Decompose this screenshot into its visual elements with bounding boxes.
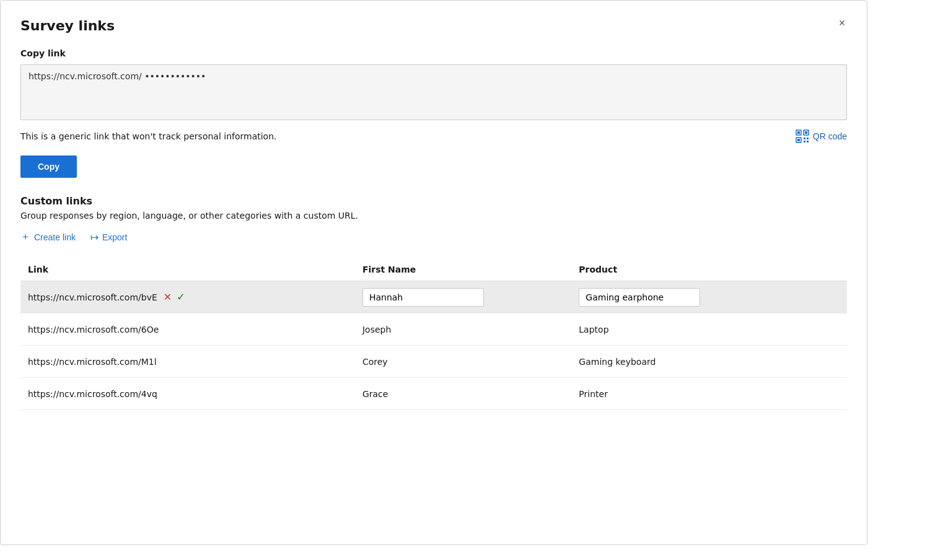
table-body: https://ncv.microsoft.com/bvE ✕ ✓ [20,281,847,410]
row-firstname-value: Grace [362,389,388,399]
copy-button-label: Copy [38,162,59,172]
custom-links-section: Custom links Group responses by region, … [20,195,847,410]
row-link-value: https://ncv.microsoft.com/4vq [28,389,157,399]
col-header-link: Link [20,258,355,281]
firstname-edit-input[interactable] [362,288,484,307]
qr-code-button[interactable]: QR code [796,129,847,143]
export-icon: ↦ [90,231,99,243]
svg-rect-3 [805,131,807,134]
row-product-value: Laptop [579,325,608,335]
product-edit-input[interactable] [579,288,700,307]
row-firstname-cell: Joseph [355,313,571,346]
custom-links-table: Link First Name Product https://ncv.micr… [20,258,847,410]
row-product-cell: Printer [571,378,847,410]
row-link-value: https://ncv.microsoft.com/M1l [28,357,157,367]
row-firstname-value: Joseph [362,325,391,335]
url-input[interactable]: https://ncv.microsoft.com/ •••••••••••• [20,64,847,120]
row-link-value: https://ncv.microsoft.com/bvE [28,292,157,302]
col-header-firstname: First Name [355,258,571,281]
export-label: Export [102,232,127,242]
table-row: https://ncv.microsoft.com/bvE ✕ ✓ [20,281,847,313]
survey-links-dialog: Survey links × Copy link https://ncv.mic… [0,0,867,545]
svg-rect-6 [804,138,805,139]
svg-rect-7 [807,138,809,139]
row-link-cell: https://ncv.microsoft.com/4vq [20,378,355,410]
row-product-cell: Gaming keyboard [571,346,847,378]
copy-link-section: Copy link https://ncv.microsoft.com/ •••… [20,48,847,195]
custom-links-title: Custom links [20,195,847,207]
row-link-value: https://ncv.microsoft.com/6Oe [28,325,159,335]
row-edit-actions: ✕ ✓ [164,291,185,303]
export-button[interactable]: ↦ Export [90,231,127,243]
qr-code-label: QR code [813,131,847,141]
svg-rect-9 [807,141,809,142]
row-product-cell: Laptop [571,313,847,346]
confirm-edit-icon[interactable]: ✓ [177,291,185,303]
create-link-label: Create link [34,232,76,242]
copy-button[interactable]: Copy [20,155,77,178]
copy-link-row: This is a generic link that won't track … [20,129,847,143]
row-link-cell: https://ncv.microsoft.com/bvE ✕ ✓ [20,281,355,313]
table-row: https://ncv.microsoft.com/4vq Grace Prin… [20,378,847,410]
row-link-cell: https://ncv.microsoft.com/6Oe [20,313,355,346]
row-product-cell [571,281,847,313]
create-link-button[interactable]: ＋ Create link [20,230,76,243]
table-row: https://ncv.microsoft.com/M1l Corey Gami… [20,346,847,378]
qr-icon [796,129,809,143]
custom-links-desc: Group responses by region, language, or … [20,211,847,221]
table-header: Link First Name Product [20,258,847,281]
svg-rect-5 [797,139,800,141]
row-firstname-cell: Grace [355,378,571,410]
plus-icon: ＋ [20,230,30,243]
row-firstname-cell: Corey [355,346,571,378]
svg-rect-8 [804,141,805,142]
table-row: https://ncv.microsoft.com/6Oe Joseph Lap… [20,313,847,346]
row-product-value: Gaming keyboard [579,357,656,367]
dialog-title: Survey links [20,18,847,33]
col-header-product: Product [571,258,847,281]
close-button[interactable]: × [832,13,852,33]
generic-link-note: This is a generic link that won't track … [20,131,277,141]
row-product-value: Printer [579,389,608,399]
row-firstname-cell [355,281,571,313]
svg-rect-1 [797,131,800,134]
cancel-edit-icon[interactable]: ✕ [164,291,172,303]
row-firstname-value: Corey [362,357,388,367]
actions-row: ＋ Create link ↦ Export [20,230,847,243]
copy-link-label: Copy link [20,48,847,58]
close-icon: × [839,17,846,30]
row-link-cell: https://ncv.microsoft.com/M1l [20,346,355,378]
